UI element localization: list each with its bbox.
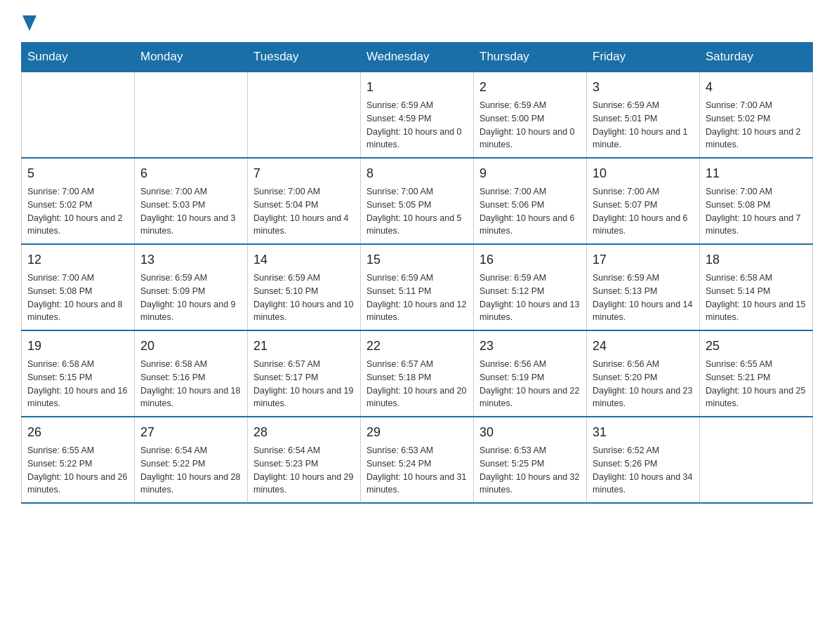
day-info: Sunrise: 6:52 AMSunset: 5:26 PMDaylight:… — [593, 444, 694, 497]
calendar-cell: 22Sunrise: 6:57 AMSunset: 5:18 PMDayligh… — [361, 330, 474, 417]
calendar-cell: 26Sunrise: 6:55 AMSunset: 5:22 PMDayligh… — [22, 417, 135, 503]
day-number: 7 — [253, 164, 355, 183]
logo-triangle-icon — [22, 15, 37, 31]
day-number: 24 — [593, 337, 694, 356]
day-info: Sunrise: 6:59 AMSunset: 5:11 PMDaylight:… — [366, 271, 468, 324]
calendar-cell: 15Sunrise: 6:59 AMSunset: 5:11 PMDayligh… — [361, 244, 474, 330]
calendar-cell: 19Sunrise: 6:58 AMSunset: 5:15 PMDayligh… — [22, 330, 135, 417]
day-info: Sunrise: 7:00 AMSunset: 5:04 PMDaylight:… — [253, 185, 355, 238]
calendar-week-row: 19Sunrise: 6:58 AMSunset: 5:15 PMDayligh… — [22, 330, 813, 417]
calendar-cell: 4Sunrise: 7:00 AMSunset: 5:02 PMDaylight… — [700, 72, 813, 158]
calendar-cell: 29Sunrise: 6:53 AMSunset: 5:24 PMDayligh… — [361, 417, 474, 503]
day-info: Sunrise: 6:54 AMSunset: 5:22 PMDaylight:… — [140, 444, 241, 497]
day-info: Sunrise: 6:57 AMSunset: 5:18 PMDaylight:… — [366, 358, 468, 410]
day-info: Sunrise: 6:59 AMSunset: 5:13 PMDaylight:… — [593, 271, 694, 324]
calendar-cell: 24Sunrise: 6:56 AMSunset: 5:20 PMDayligh… — [587, 330, 700, 417]
day-number: 29 — [366, 423, 468, 442]
day-number: 5 — [27, 164, 128, 183]
calendar-cell — [700, 417, 813, 503]
calendar-cell: 7Sunrise: 7:00 AMSunset: 5:04 PMDaylight… — [248, 158, 361, 244]
day-number: 9 — [479, 164, 581, 183]
day-number: 14 — [253, 250, 355, 269]
calendar-cell: 9Sunrise: 7:00 AMSunset: 5:06 PMDaylight… — [474, 158, 587, 244]
day-number: 17 — [593, 250, 694, 269]
logo — [21, 14, 37, 28]
day-info: Sunrise: 6:59 AMSunset: 5:00 PMDaylight:… — [479, 99, 581, 152]
calendar-cell: 6Sunrise: 7:00 AMSunset: 5:03 PMDaylight… — [135, 158, 248, 244]
calendar-header-thursday: Thursday — [474, 43, 587, 72]
day-info: Sunrise: 6:56 AMSunset: 5:19 PMDaylight:… — [479, 358, 581, 410]
day-number: 3 — [593, 78, 694, 97]
day-number: 15 — [366, 250, 468, 269]
calendar-header-sunday: Sunday — [22, 43, 135, 72]
calendar-header-friday: Friday — [587, 43, 700, 72]
calendar-cell: 23Sunrise: 6:56 AMSunset: 5:19 PMDayligh… — [474, 330, 587, 417]
day-number: 16 — [479, 250, 581, 269]
calendar-cell: 20Sunrise: 6:58 AMSunset: 5:16 PMDayligh… — [135, 330, 248, 417]
day-info: Sunrise: 7:00 AMSunset: 5:06 PMDaylight:… — [479, 185, 581, 238]
calendar-cell: 11Sunrise: 7:00 AMSunset: 5:08 PMDayligh… — [700, 158, 813, 244]
day-number: 20 — [140, 337, 241, 356]
calendar-cell — [248, 72, 361, 158]
day-info: Sunrise: 6:54 AMSunset: 5:23 PMDaylight:… — [253, 444, 355, 497]
calendar-cell: 18Sunrise: 6:58 AMSunset: 5:14 PMDayligh… — [700, 244, 813, 330]
day-number: 23 — [479, 337, 581, 356]
day-info: Sunrise: 6:59 AMSunset: 5:09 PMDaylight:… — [140, 271, 241, 324]
calendar-cell: 5Sunrise: 7:00 AMSunset: 5:02 PMDaylight… — [22, 158, 135, 244]
day-number: 10 — [593, 164, 694, 183]
calendar-header-row: SundayMondayTuesdayWednesdayThursdayFrid… — [22, 43, 813, 72]
day-info: Sunrise: 6:55 AMSunset: 5:22 PMDaylight:… — [27, 444, 128, 497]
day-info: Sunrise: 7:00 AMSunset: 5:07 PMDaylight:… — [593, 185, 694, 238]
calendar-cell: 21Sunrise: 6:57 AMSunset: 5:17 PMDayligh… — [248, 330, 361, 417]
calendar-cell: 25Sunrise: 6:55 AMSunset: 5:21 PMDayligh… — [700, 330, 813, 417]
day-info: Sunrise: 6:59 AMSunset: 5:01 PMDaylight:… — [593, 99, 694, 152]
day-info: Sunrise: 7:00 AMSunset: 5:02 PMDaylight:… — [27, 185, 128, 238]
day-number: 28 — [253, 423, 355, 442]
day-number: 13 — [140, 250, 241, 269]
day-info: Sunrise: 6:59 AMSunset: 5:10 PMDaylight:… — [253, 271, 355, 324]
day-number: 2 — [479, 78, 581, 97]
day-info: Sunrise: 7:00 AMSunset: 5:05 PMDaylight:… — [366, 185, 468, 238]
day-info: Sunrise: 6:59 AMSunset: 4:59 PMDaylight:… — [366, 99, 468, 152]
calendar-cell — [135, 72, 248, 158]
day-info: Sunrise: 6:53 AMSunset: 5:25 PMDaylight:… — [479, 444, 581, 497]
calendar-cell: 12Sunrise: 7:00 AMSunset: 5:08 PMDayligh… — [22, 244, 135, 330]
calendar-week-row: 1Sunrise: 6:59 AMSunset: 4:59 PMDaylight… — [22, 72, 813, 158]
calendar-header-wednesday: Wednesday — [361, 43, 474, 72]
calendar-cell: 13Sunrise: 6:59 AMSunset: 5:09 PMDayligh… — [135, 244, 248, 330]
day-number: 31 — [593, 423, 694, 442]
calendar-cell: 1Sunrise: 6:59 AMSunset: 4:59 PMDaylight… — [361, 72, 474, 158]
calendar-week-row: 26Sunrise: 6:55 AMSunset: 5:22 PMDayligh… — [22, 417, 813, 503]
day-number: 6 — [140, 164, 241, 183]
day-number: 19 — [27, 337, 128, 356]
day-number: 8 — [366, 164, 468, 183]
calendar-cell: 8Sunrise: 7:00 AMSunset: 5:05 PMDaylight… — [361, 158, 474, 244]
day-info: Sunrise: 6:59 AMSunset: 5:12 PMDaylight:… — [479, 271, 581, 324]
calendar-cell: 31Sunrise: 6:52 AMSunset: 5:26 PMDayligh… — [587, 417, 700, 503]
calendar-header-tuesday: Tuesday — [248, 43, 361, 72]
calendar-cell: 10Sunrise: 7:00 AMSunset: 5:07 PMDayligh… — [587, 158, 700, 244]
day-number: 27 — [140, 423, 241, 442]
calendar-cell: 14Sunrise: 6:59 AMSunset: 5:10 PMDayligh… — [248, 244, 361, 330]
calendar-header-saturday: Saturday — [700, 43, 813, 72]
calendar-cell: 28Sunrise: 6:54 AMSunset: 5:23 PMDayligh… — [248, 417, 361, 503]
calendar-week-row: 5Sunrise: 7:00 AMSunset: 5:02 PMDaylight… — [22, 158, 813, 244]
day-number: 4 — [706, 78, 807, 97]
svg-marker-0 — [22, 15, 37, 31]
day-number: 26 — [27, 423, 128, 442]
day-number: 11 — [706, 164, 807, 183]
calendar-header-monday: Monday — [135, 43, 248, 72]
day-info: Sunrise: 6:53 AMSunset: 5:24 PMDaylight:… — [366, 444, 468, 497]
calendar-cell — [22, 72, 135, 158]
day-number: 25 — [706, 337, 807, 356]
day-info: Sunrise: 6:58 AMSunset: 5:14 PMDaylight:… — [706, 271, 807, 324]
calendar-table: SundayMondayTuesdayWednesdayThursdayFrid… — [21, 42, 813, 504]
calendar-cell: 3Sunrise: 6:59 AMSunset: 5:01 PMDaylight… — [587, 72, 700, 158]
day-info: Sunrise: 6:58 AMSunset: 5:15 PMDaylight:… — [27, 358, 128, 410]
day-info: Sunrise: 6:55 AMSunset: 5:21 PMDaylight:… — [706, 358, 807, 410]
calendar-cell: 16Sunrise: 6:59 AMSunset: 5:12 PMDayligh… — [474, 244, 587, 330]
day-info: Sunrise: 7:00 AMSunset: 5:02 PMDaylight:… — [706, 99, 807, 152]
page-header — [21, 14, 813, 28]
day-number: 21 — [253, 337, 355, 356]
calendar-cell: 30Sunrise: 6:53 AMSunset: 5:25 PMDayligh… — [474, 417, 587, 503]
